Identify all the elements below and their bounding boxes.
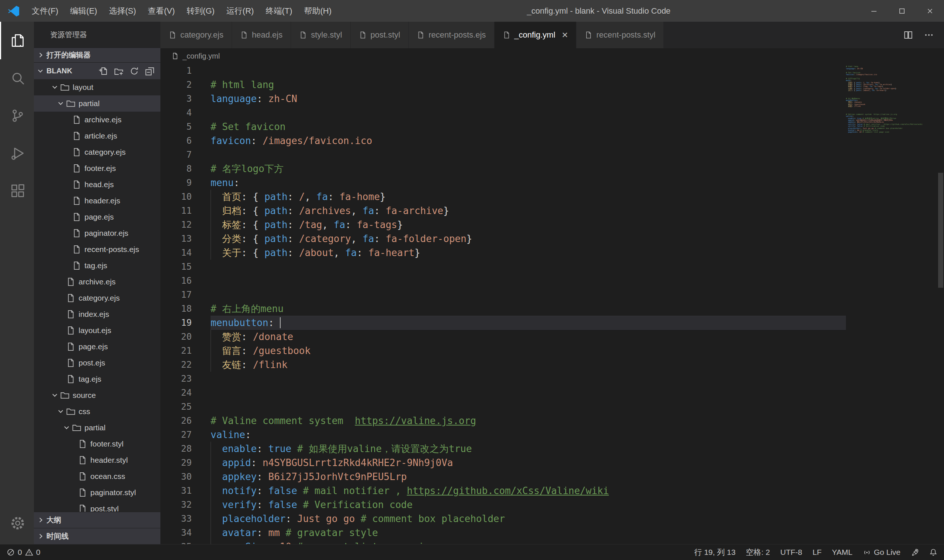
minimap[interactable]: # html langlanguage: zh-CN# Set faviconf…	[846, 64, 937, 133]
tab-post.styl[interactable]: post.styl	[351, 22, 409, 48]
tree-item-partial[interactable]: partial	[34, 420, 160, 436]
encoding-indicator[interactable]: UTF-8	[775, 548, 808, 557]
tree-item-footer.styl[interactable]: footer.styl	[34, 436, 160, 452]
menu-go[interactable]: 转到(G)	[181, 0, 221, 22]
menu-edit[interactable]: 编辑(E)	[64, 0, 103, 22]
code-line-7[interactable]: 7	[160, 148, 846, 162]
refresh-icon[interactable]	[130, 66, 139, 76]
tree-item-article.ejs[interactable]: article.ejs	[34, 128, 160, 144]
tree-item-archive.ejs[interactable]: archive.ejs	[34, 274, 160, 290]
tree-item-header.styl[interactable]: header.styl	[34, 452, 160, 468]
run-debug-icon[interactable]	[0, 134, 34, 172]
menu-run[interactable]: 运行(R)	[221, 0, 260, 22]
menu-view[interactable]: 查看(V)	[142, 0, 181, 22]
collapse-all-icon[interactable]	[145, 66, 154, 76]
tab-style.styl[interactable]: style.styl	[291, 22, 350, 48]
code-line-1[interactable]: 1	[160, 64, 846, 78]
code-line-4[interactable]: 4	[160, 106, 846, 120]
code-line-10[interactable]: 10 首页: { path: /, fa: fa-home}	[160, 190, 846, 204]
code-line-33[interactable]: 33 placeholder: Just go go # comment box…	[160, 512, 846, 526]
code-line-34[interactable]: 34 avatar: mm # gravatar style	[160, 526, 846, 540]
rocket-button[interactable]	[905, 548, 924, 556]
code-line-13[interactable]: 13 分类: { path: /category, fa: fa-folder-…	[160, 232, 846, 246]
tree-item-tag.ejs[interactable]: tag.ejs	[34, 371, 160, 387]
split-editor-icon[interactable]	[904, 30, 913, 40]
tree-item-archive.ejs[interactable]: archive.ejs	[34, 112, 160, 128]
tree-item-css[interactable]: css	[34, 403, 160, 420]
tree-item-partial[interactable]: partial	[34, 95, 160, 112]
search-icon[interactable]	[0, 59, 34, 97]
tree-item-paginator.ejs[interactable]: paginator.ejs	[34, 225, 160, 241]
workspace-root-section[interactable]: BLANK	[34, 62, 160, 79]
indentation-indicator[interactable]: 空格: 2	[741, 547, 775, 557]
tree-item-source[interactable]: source	[34, 387, 160, 403]
tree-item-category.ejs[interactable]: category.ejs	[34, 290, 160, 306]
settings-gear-icon[interactable]	[0, 505, 34, 542]
code-line-17[interactable]: 17	[160, 288, 846, 302]
code-line-19[interactable]: 19menubutton:	[160, 316, 846, 330]
code-line-30[interactable]: 30 appkey: B6i27jJ5JorhVtc9nPEU5Lrp	[160, 470, 846, 484]
breadcrumb[interactable]: _config.yml	[160, 48, 944, 64]
code-line-26[interactable]: 26# Valine comment system https://valine…	[160, 414, 846, 428]
minimize-button[interactable]	[860, 0, 888, 22]
maximize-button[interactable]	[888, 0, 916, 22]
menu-terminal[interactable]: 终端(T)	[260, 0, 298, 22]
more-actions-icon[interactable]	[924, 30, 934, 40]
tree-item-page.ejs[interactable]: page.ejs	[34, 209, 160, 225]
eol-indicator[interactable]: LF	[807, 548, 827, 557]
code-line-25[interactable]: 25	[160, 400, 846, 414]
tree-item-paginator.styl[interactable]: paginator.styl	[34, 485, 160, 501]
code-line-32[interactable]: 32 verify: false # Verification code	[160, 498, 846, 512]
code-line-20[interactable]: 20 赞赏: /donate	[160, 330, 846, 344]
go-live-button[interactable]: Go Live	[858, 548, 905, 557]
code-line-18[interactable]: 18# 右上角的menu	[160, 302, 846, 316]
scrollbar-thumb[interactable]	[938, 173, 943, 288]
code-line-5[interactable]: 5# Set favicon	[160, 120, 846, 134]
problems-indicator[interactable]: 0 0	[5, 548, 42, 557]
tree-item-ocean.css[interactable]: ocean.css	[34, 468, 160, 485]
code-line-23[interactable]: 23	[160, 372, 846, 386]
menu-help[interactable]: 帮助(H)	[298, 0, 338, 22]
code-line-12[interactable]: 12 标签: { path: /tag, fa: fa-tags}	[160, 218, 846, 232]
code-line-2[interactable]: 2# html lang	[160, 78, 846, 92]
code-line-27[interactable]: 27valine:	[160, 428, 846, 442]
source-control-icon[interactable]	[0, 97, 34, 134]
tree-item-head.ejs[interactable]: head.ejs	[34, 177, 160, 193]
code-line-21[interactable]: 21 留言: /guestbook	[160, 344, 846, 358]
tree-item-category.ejs[interactable]: category.ejs	[34, 144, 160, 160]
code-line-8[interactable]: 8# 名字logo下方	[160, 162, 846, 176]
menu-file[interactable]: 文件(F)	[26, 0, 64, 22]
timeline-section[interactable]: 时间线	[34, 528, 160, 544]
code-line-24[interactable]: 24	[160, 386, 846, 400]
code-line-3[interactable]: 3language: zh-CN	[160, 92, 846, 106]
open-editors-section[interactable]: 打开的编辑器	[34, 48, 160, 62]
code-line-16[interactable]: 16	[160, 274, 846, 288]
tree-item-layout[interactable]: layout	[34, 79, 160, 95]
tree-item-tag.ejs[interactable]: tag.ejs	[34, 257, 160, 274]
close-tab-icon[interactable]: ×	[562, 30, 568, 40]
code-line-28[interactable]: 28 enable: true # 如果使用valine，请设置改之为true	[160, 442, 846, 456]
tab-category.ejs[interactable]: category.ejs	[160, 22, 232, 48]
cursor-position[interactable]: 行 19, 列 13	[689, 547, 741, 557]
close-button[interactable]	[916, 0, 944, 22]
code-line-22[interactable]: 22 友链: /flink	[160, 358, 846, 372]
outline-section[interactable]: 大纲	[34, 512, 160, 528]
new-folder-icon[interactable]	[114, 66, 123, 76]
tree-item-header.ejs[interactable]: header.ejs	[34, 193, 160, 209]
tree-item-layout.ejs[interactable]: layout.ejs	[34, 322, 160, 338]
code-line-35[interactable]: 35 pageSize: 10 # comment list page size	[160, 540, 846, 544]
code-line-31[interactable]: 31 notify: false # mail notifier , https…	[160, 484, 846, 498]
code-line-9[interactable]: 9menu:	[160, 176, 846, 190]
notifications-button[interactable]	[924, 548, 939, 556]
tree-item-recent-posts.ejs[interactable]: recent-posts.ejs	[34, 241, 160, 257]
code-line-15[interactable]: 15	[160, 260, 846, 274]
tree-item-footer.ejs[interactable]: footer.ejs	[34, 160, 160, 177]
menu-selection[interactable]: 选择(S)	[103, 0, 142, 22]
tab-head.ejs[interactable]: head.ejs	[232, 22, 291, 48]
code-line-11[interactable]: 11 归档: { path: /archives, fa: fa-archive…	[160, 204, 846, 218]
explorer-icon[interactable]	[0, 22, 34, 59]
tab-recent-posts.ejs[interactable]: recent-posts.ejs	[409, 22, 494, 48]
code-line-14[interactable]: 14 关于: { path: /about, fa: fa-heart}	[160, 246, 846, 260]
language-mode[interactable]: YAML	[827, 548, 858, 557]
tab-recent-posts.styl[interactable]: recent-posts.styl	[576, 22, 664, 48]
